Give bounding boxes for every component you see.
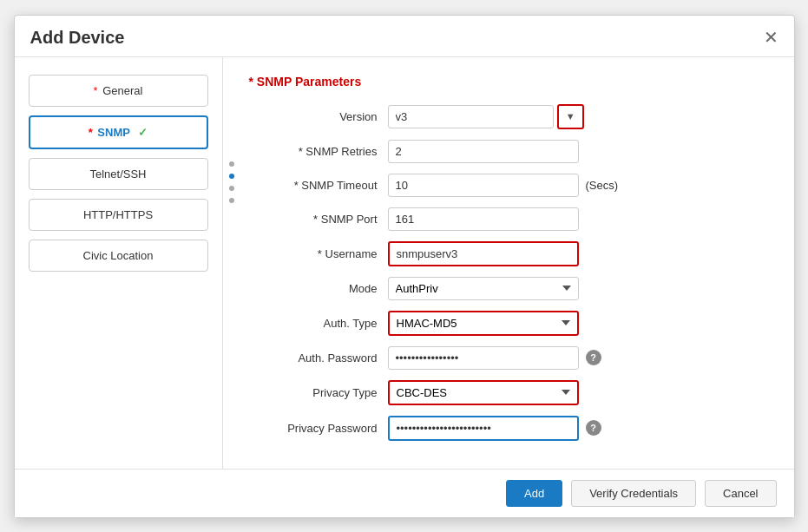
sidebar-label-telnet-ssh: Telnet/SSH [89,167,146,181]
dot-4 [229,198,234,203]
auth-password-input[interactable] [388,346,579,370]
auth-type-row: Auth. Type HMAC-MD5 HMAC-SHA [249,311,768,336]
snmp-timeout-control [388,174,579,197]
dot-2 [229,174,234,179]
sidebar-label-civic-location: Civic Location [83,249,154,262]
sidebar-item-telnet-ssh[interactable]: Telnet/SSH [29,158,208,190]
privacy-type-select[interactable]: CBC-DES CFB-AES-128 [388,380,579,405]
close-button[interactable]: ✕ [764,29,778,46]
version-row: Version ▼ [249,104,768,129]
snmp-retries-control [388,140,579,163]
auth-type-control: HMAC-MD5 HMAC-SHA [388,311,579,336]
secs-label: (Secs) [586,179,619,192]
sidebar-label-snmp: SNMP [97,126,129,139]
add-device-dialog: Add Device ✕ * General * SNMP ✓ [14,15,795,518]
sidebar-label-http-https: HTTP/HTTPS [83,208,153,221]
privacy-type-control: CBC-DES CFB-AES-128 [388,380,579,405]
snmp-retries-label: * SNMP Retries [249,145,388,158]
sidebar-item-http-https[interactable]: HTTP/HTTPS [29,199,208,231]
auth-type-select[interactable]: HMAC-MD5 HMAC-SHA [388,311,579,336]
username-input[interactable] [388,241,579,266]
sidebar-item-general[interactable]: * General [29,75,208,107]
snmp-port-row: * SNMP Port [249,207,768,231]
main-content: * SNMP Parameters Version ▼ * SNMP Retri… [223,57,794,469]
username-label: * Username [249,247,388,260]
mode-row: Mode AuthPriv AuthNoPriv NoAuthNoPriv [249,277,768,300]
verify-credentials-button[interactable]: Verify Credentials [571,480,696,507]
sidebar-item-civic-location[interactable]: Civic Location [29,240,208,272]
check-icon-snmp: ✓ [138,126,148,139]
username-control [388,241,579,266]
required-star-general: * [94,84,98,97]
auth-password-control [388,346,579,370]
snmp-retries-input[interactable] [388,140,579,163]
privacy-password-label: Privacy Password [249,422,388,435]
mode-control: AuthPriv AuthNoPriv NoAuthNoPriv [388,277,579,300]
snmp-retries-row: * SNMP Retries [249,140,768,163]
version-dropdown-arrow: ▼ [566,111,575,122]
dialog-header: Add Device ✕ [15,16,794,57]
snmp-port-label: * SNMP Port [249,213,388,226]
version-label: Version [249,110,388,123]
auth-password-row: Auth. Password ? [249,346,768,370]
privacy-password-input[interactable] [388,416,579,441]
cancel-button[interactable]: Cancel [705,480,776,507]
dot-3 [229,186,234,191]
dot-1 [229,161,234,167]
sidebar-label-general: General [102,84,142,97]
privacy-type-row: Privacy Type CBC-DES CFB-AES-128 [249,380,768,405]
dialog-title: Add Device [30,28,125,48]
snmp-timeout-label: * SNMP Timeout [249,179,388,192]
add-button[interactable]: Add [506,480,562,507]
snmp-port-input[interactable] [388,207,579,231]
sidebar-item-snmp[interactable]: * SNMP ✓ [29,115,208,149]
snmp-port-control [388,207,579,231]
dots-connector [229,161,234,203]
privacy-password-help-icon[interactable]: ? [586,420,601,436]
sidebar: * General * SNMP ✓ Telnet/SSH [15,57,223,469]
auth-password-help-icon[interactable]: ? [586,350,601,365]
snmp-timeout-row: * SNMP Timeout (Secs) [249,174,768,197]
auth-type-label: Auth. Type [249,317,388,330]
privacy-type-label: Privacy Type [249,386,388,399]
username-row: * Username [249,241,768,266]
mode-label: Mode [249,282,388,295]
required-star-snmp: * [89,126,93,139]
auth-password-label: Auth. Password [249,351,388,365]
privacy-password-control [388,416,579,441]
snmp-timeout-input[interactable] [388,174,579,197]
version-input[interactable] [388,105,554,128]
section-title: * SNMP Parameters [249,75,768,89]
dialog-body: * General * SNMP ✓ Telnet/SSH [15,57,794,469]
dialog-footer: Add Verify Credentials Cancel [15,469,794,517]
version-dropdown-button[interactable]: ▼ [557,104,584,129]
privacy-password-row: Privacy Password ? [249,416,768,441]
version-wrapper: ▼ [388,104,584,129]
mode-select[interactable]: AuthPriv AuthNoPriv NoAuthNoPriv [388,277,579,300]
